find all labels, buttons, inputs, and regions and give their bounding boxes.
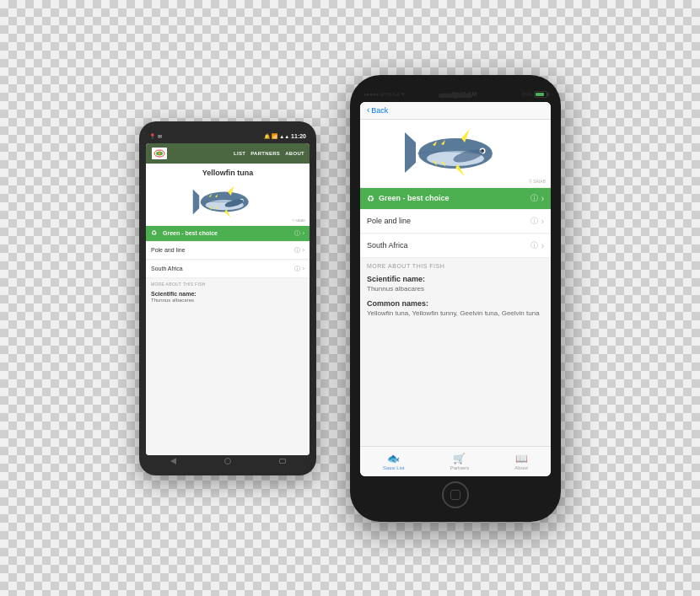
android-nav-links: LIST PARTNERS ABOUT — [234, 151, 304, 156]
ios-home-button[interactable] — [442, 481, 469, 508]
ios-green-bar-left: ♻ Green - best choice — [367, 194, 450, 203]
chevron-right-icon-1: › — [303, 247, 304, 253]
android-item-text-0: Pole and line — [151, 247, 185, 253]
ios-book-icon: 📖 — [515, 453, 528, 464]
ios-tab-sassi-label: Sassi List — [383, 465, 405, 470]
ios-phone: ●●●●● MTN-SA ▼ 11:20 AM 85% ‹ Back — [350, 75, 561, 522]
ios-fish-icon: 🐟 — [387, 453, 400, 464]
chevron-right-icon: › — [303, 230, 304, 236]
android-bottom-bar — [146, 455, 310, 467]
android-list-item-0[interactable]: Pole and line ⓘ › — [146, 242, 310, 260]
ios-info-icon: ⓘ — [530, 193, 538, 204]
ios-battery-pct: 85% — [522, 92, 532, 97]
ios-tab-partners[interactable]: 🛒 Partners — [450, 453, 470, 470]
android-item-text-1: South Africa — [151, 266, 183, 271]
notifications-icon: 🔔 — [264, 133, 270, 139]
android-content: Yellowfin tuna — [146, 164, 310, 455]
ios-tab-sassi[interactable]: 🐟 Sassi List — [383, 453, 405, 470]
android-phone: 📍 ✉ 🔔 📶 ▲▲ 11:20 LIST PARTNERS — [139, 121, 316, 475]
android-copyright: © SAIAB — [292, 218, 305, 223]
ios-camera — [452, 92, 459, 99]
android-list-item-1[interactable]: South Africa ⓘ › — [146, 260, 310, 278]
android-screen: LIST PARTNERS ABOUT Yellowfin tuna — [146, 143, 310, 455]
location-icon: 📍 — [149, 133, 155, 139]
android-sci-value: Thunnus albacares — [146, 298, 310, 305]
email-icon: ✉ — [158, 133, 162, 139]
ios-item-text-0: Pole and line — [367, 217, 411, 225]
android-home-btn[interactable] — [224, 458, 231, 464]
ios-chevron-right-2: › — [541, 241, 544, 250]
ios-list-item-1[interactable]: South Africa ⓘ › — [360, 234, 551, 258]
android-fish-image: © SAIAB — [146, 179, 310, 225]
info-icon-1: ⓘ — [294, 246, 300, 255]
ios-recycle-icon: ♻ — [367, 194, 374, 203]
android-green-bar-left: ♻ Green - best choice — [151, 229, 218, 238]
signal-icon: ▲▲ — [279, 134, 289, 139]
ios-green-bar[interactable]: ♻ Green - best choice ⓘ › — [360, 188, 551, 209]
ios-info-icon-2: ⓘ — [530, 240, 538, 251]
ios-back-chevron-icon: ‹ — [367, 105, 369, 115]
info-icon-2: ⓘ — [294, 265, 300, 273]
ios-tab-partners-label: Partners — [450, 465, 470, 470]
ios-sci-label: Scientific name: — [360, 271, 551, 285]
ios-item-text-1: South Africa — [367, 241, 408, 250]
ios-green-bar-text: Green - best choice — [379, 194, 450, 202]
android-recents-btn[interactable] — [279, 459, 286, 464]
android-status-icons: 🔔 📶 ▲▲ 11:20 — [264, 133, 306, 139]
android-time: 11:20 — [291, 133, 306, 139]
android-status-bar: 📍 ✉ 🔔 📶 ▲▲ 11:20 — [146, 130, 310, 143]
android-fish-title: Yellowfin tuna — [146, 164, 310, 179]
ios-item-right-1: ⓘ › — [530, 240, 544, 251]
ios-green-bar-right: ⓘ › — [530, 193, 544, 204]
svg-marker-19 — [405, 132, 416, 173]
android-green-bar-right: ⓘ › — [294, 229, 304, 238]
ios-tab-about[interactable]: 📖 About — [514, 453, 528, 470]
chevron-right-icon-2: › — [303, 266, 304, 271]
ios-chevron-right-1: › — [541, 217, 544, 226]
ios-info-icon-1: ⓘ — [530, 216, 538, 227]
ios-nav-bar: ‹ Back — [360, 102, 551, 120]
android-section-label: MORE ABOUT THIS FISH — [146, 278, 310, 288]
android-nav-list[interactable]: LIST — [234, 151, 245, 156]
ios-sci-value: Thunnus albacares — [360, 285, 551, 296]
svg-point-3 — [159, 152, 161, 154]
android-sci-label: Scientific name: — [146, 288, 310, 298]
app-logo — [151, 147, 168, 160]
android-green-bar-text: Green - best choice — [163, 230, 218, 236]
android-item-right-1: ⓘ › — [294, 265, 304, 273]
android-back-btn[interactable] — [170, 458, 176, 464]
ios-list-item-0[interactable]: Pole and line ⓘ › — [360, 210, 551, 234]
android-item-right-0: ⓘ › — [294, 246, 304, 255]
android-green-bar[interactable]: ♻ Green - best choice ⓘ › — [146, 226, 310, 241]
ios-section-label: MORE ABOUT THIS FISH — [360, 258, 551, 271]
ios-content: © SAIAB ♻ Green - best choice ⓘ › Pole a… — [360, 120, 551, 446]
ios-item-right-0: ⓘ › — [530, 216, 544, 227]
ios-battery-fill — [536, 93, 544, 96]
wifi-icon: 📶 — [272, 133, 277, 139]
ios-common-label: Common names: — [360, 296, 551, 309]
ios-battery-icon — [534, 91, 547, 98]
recycle-icon: ♻ — [151, 229, 159, 238]
ios-screen: ‹ Back — [360, 102, 551, 476]
svg-marker-6 — [193, 189, 200, 214]
android-nav-partners[interactable]: PARTNERS — [250, 151, 280, 156]
ios-chevron-icon: › — [541, 194, 544, 203]
info-icon: ⓘ — [294, 229, 300, 238]
android-nav-about[interactable]: ABOUT — [285, 151, 304, 156]
ios-carrier: ●●●●● MTN-SA ▼ — [363, 92, 406, 97]
ios-fish-image: © SAIAB — [360, 120, 551, 187]
android-nav-bar: LIST PARTNERS ABOUT — [146, 143, 310, 164]
ios-common-value: Yellowfin tuna, Yellowfin tunny, Geelvin… — [360, 309, 551, 317]
ios-battery-area: 85% — [522, 91, 547, 98]
ios-cart-icon: 🛒 — [453, 453, 466, 464]
ios-back-button[interactable]: ‹ Back — [367, 106, 388, 115]
ios-tab-bar: 🐟 Sassi List 🛒 Partners 📖 About — [360, 446, 551, 476]
ios-copyright: © SAIAB — [529, 179, 546, 184]
ios-back-label: Back — [371, 106, 388, 115]
ios-tab-about-label: About — [514, 465, 528, 470]
android-status-left: 📍 ✉ — [149, 133, 162, 139]
ios-home-button-inner — [450, 490, 460, 500]
